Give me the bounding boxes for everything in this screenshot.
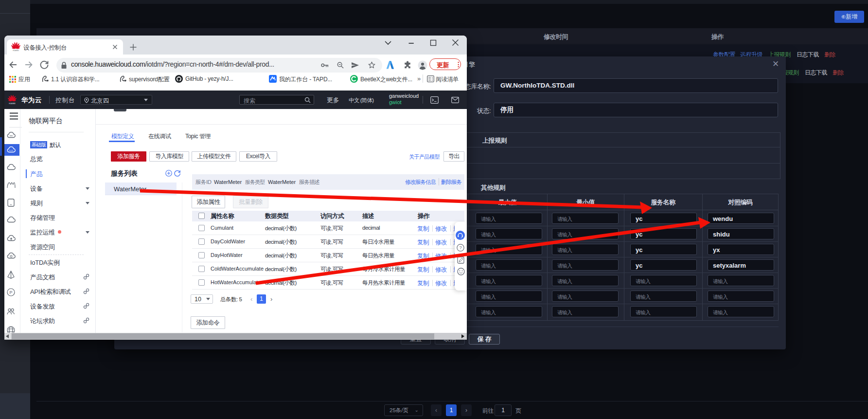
svg-text:HUAWEI: HUAWEI (13, 50, 19, 52)
svg-text:HUAWEI: HUAWEI (9, 103, 16, 105)
svg-text:?: ? (459, 245, 461, 250)
svg-text:P: P (9, 290, 12, 295)
